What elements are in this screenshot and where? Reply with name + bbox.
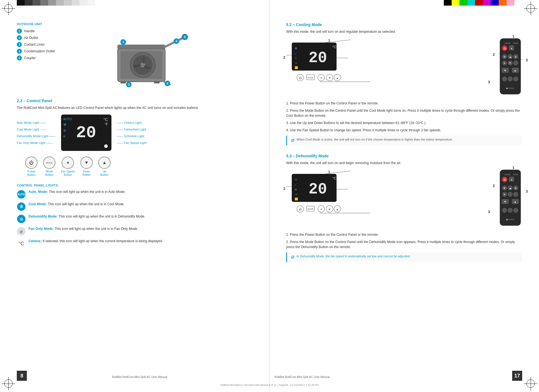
dehumidify-mode-item: ⊛ Dehumidify Mode: This icon will light …	[17, 214, 252, 223]
num-badge-1: 1	[17, 29, 22, 34]
svg-text:📶: 📶	[295, 66, 298, 69]
lights-section: CONTROL PANEL LIGHTS AUTO Auto. Mode: Th…	[17, 184, 252, 248]
svg-text:▼: ▼	[504, 69, 507, 72]
svg-text:⏻: ⏻	[299, 208, 302, 211]
svg-text:MODE: MODE	[505, 42, 510, 44]
outdoor-unit-svg: 5 3 1 4 2	[95, 31, 190, 87]
cooling-step-1: 1. Press the Power Button on the Control…	[286, 101, 522, 106]
svg-point-107	[508, 192, 513, 197]
cooling-label-2: 2	[283, 55, 285, 59]
svg-text:🤖 RolliBet: 🤖 RolliBet	[506, 218, 514, 221]
cool-mode-bold: Cool Mode:	[29, 202, 47, 206]
led-clock-icon: 🕐	[104, 144, 108, 148]
svg-text:▼: ▼	[328, 76, 331, 80]
cooling-mode-desc: With this mode, the unit will turn on an…	[286, 29, 522, 34]
power-button-circle: ⏻	[25, 157, 38, 169]
svg-text:❄: ❄	[503, 187, 506, 190]
outdoor-unit-list: 1 Handle 2 Air Outlet 3 Coolant Lines 4 …	[17, 29, 73, 62]
led-diagram: Auto Mode Light —— Cool Mode Light —— De…	[17, 115, 174, 151]
cool-mode-desc: This icon will light up when the unit is…	[48, 202, 124, 206]
svg-text:⊛: ⊛	[515, 187, 517, 190]
num-badge-3: 3	[17, 42, 22, 47]
svg-text:▲: ▲	[510, 47, 513, 50]
remote-svg-cooling: MODE TEMP ⏻ ▲ ❄ ☁ ⊛	[498, 38, 522, 94]
page-num-right: 17	[512, 371, 522, 381]
auto-mode-bold: Auto. Mode:	[29, 190, 48, 194]
svg-text:MODE: MODE	[505, 174, 510, 176]
dehum-label-1: 1	[328, 170, 330, 174]
dehumidify-panel-svg: ❄ ⌀ ⊛ ☁ 20 °C 📶 ⏻ MODE ✦ ▼	[286, 170, 376, 214]
cooling-label-1: 1	[328, 38, 330, 43]
dehumidify-badge: ⊛	[17, 215, 25, 223]
svg-text:4: 4	[167, 82, 169, 85]
cool-mode-icon: ❄	[63, 122, 72, 127]
cool-mode-label: Cool Mode Light ——	[17, 128, 55, 131]
svg-rect-17	[120, 81, 126, 83]
svg-text:▲: ▲	[514, 200, 517, 203]
svg-text:✦: ✦	[503, 62, 506, 65]
dehumidify-icon-box: ⊛	[17, 214, 26, 223]
celsius-item: °C Celsius: If selected, this icon will …	[17, 239, 252, 248]
svg-text:1: 1	[122, 40, 124, 44]
down-button-circle: ▼	[80, 157, 93, 169]
list-item: 4 Condensation Outlet	[17, 49, 73, 54]
svg-point-65	[513, 76, 518, 81]
svg-text:⏻: ⏻	[503, 178, 506, 181]
list-item: 1 Handle	[17, 29, 73, 34]
dehumidify-icon: ⊛	[63, 129, 72, 132]
celsius-light-label: —— Celsius Light	[117, 121, 147, 124]
dehumidify-desc: This icon will light up when the unit is…	[59, 214, 145, 218]
svg-text:▼: ▼	[328, 208, 331, 211]
dehumidify-desc: With this mode, the unit will turn on an…	[286, 160, 522, 165]
remote-svg-dehumidify: MODE TEMP ⏻ ▲ ❄ ☁ ⊛ ✦	[498, 170, 522, 226]
fahrenheit-light-label: —— Fahrenheit Light	[117, 128, 147, 131]
svg-text:⏻: ⏻	[299, 76, 302, 80]
warning-icon: ⚙	[290, 138, 294, 143]
up-button-circle: ▲	[98, 157, 111, 169]
svg-point-114	[508, 208, 513, 213]
cooling-steps: 1. Press the Power Button on the Control…	[286, 101, 522, 133]
svg-text:3: 3	[176, 39, 177, 43]
led-labels-left: Auto Mode Light —— Cool Mode Light —— De…	[17, 121, 55, 144]
dehumidify-warning-text: In Dehumidify Mode, the fan speed is aut…	[297, 255, 410, 258]
dehum-label-2: 2	[283, 186, 285, 191]
svg-point-115	[513, 208, 518, 213]
svg-text:⏻: ⏻	[503, 47, 506, 50]
down-button-col: ▼ DownButton	[80, 157, 93, 177]
svg-text:2: 2	[128, 83, 130, 86]
dehumidify-bold: Dehumidify Mode:	[29, 214, 58, 218]
svg-point-64	[508, 76, 513, 81]
svg-text:⊛: ⊛	[295, 57, 297, 60]
auto-mode-icon: AUTO	[63, 117, 72, 121]
svg-text:❄: ❄	[295, 46, 297, 50]
svg-text:▲: ▲	[510, 178, 513, 181]
dehumidify-steps: 1. Press the Power Button on the Control…	[286, 232, 522, 249]
fan-mode-badge: ⌀	[17, 227, 25, 235]
auto-mode-desc: This icon will light up when the unit is…	[49, 190, 125, 194]
cooling-step-3: 3. Use the Up and Down Buttons to set th…	[286, 120, 522, 125]
num-badge-4: 4	[17, 49, 22, 54]
auto-mode-icon-box: AUTO	[17, 190, 26, 199]
svg-text:°C: °C	[332, 176, 337, 180]
cool-mode-item: ❄ Cool Mode: This icon will light up whe…	[17, 202, 252, 211]
mode-button-circle: MODE	[43, 157, 55, 169]
celsius-bold: Celsius:	[29, 239, 42, 243]
control-panel-description: The RolliCool Mini-Split AC features an …	[17, 105, 252, 110]
cooling-panel-svg: ❄ ⌀ ⊛ ☁ 20 °C 📶 ⏻ MODE	[286, 38, 376, 83]
svg-text:5: 5	[184, 35, 186, 39]
svg-text:📶: 📶	[295, 197, 298, 201]
power-button-col: ⏻ PowerButton	[25, 157, 38, 177]
svg-text:🤖 RolliBet: 🤖 RolliBet	[506, 87, 514, 89]
svg-text:☂: ☂	[509, 62, 511, 65]
cooling-step-2: 2. Press the Mode Button on the Control …	[286, 108, 522, 118]
auto-mode-item: AUTO Auto. Mode: This icon will light up…	[17, 190, 252, 199]
led-celsius-unit: °C	[104, 117, 108, 122]
celsius-icon: °C	[18, 241, 24, 247]
cool-mode-text: Cool Mode: This icon will light up when …	[29, 202, 125, 206]
svg-text:MODE: MODE	[308, 77, 314, 79]
dehumidify-warning-icon: ⚙	[290, 255, 294, 260]
cool-mode-icon-box: ❄	[17, 202, 26, 211]
dehum-remote-label-1: 1	[512, 165, 514, 170]
svg-text:✦: ✦	[503, 193, 506, 196]
dehum-label-3: 3	[488, 210, 490, 214]
